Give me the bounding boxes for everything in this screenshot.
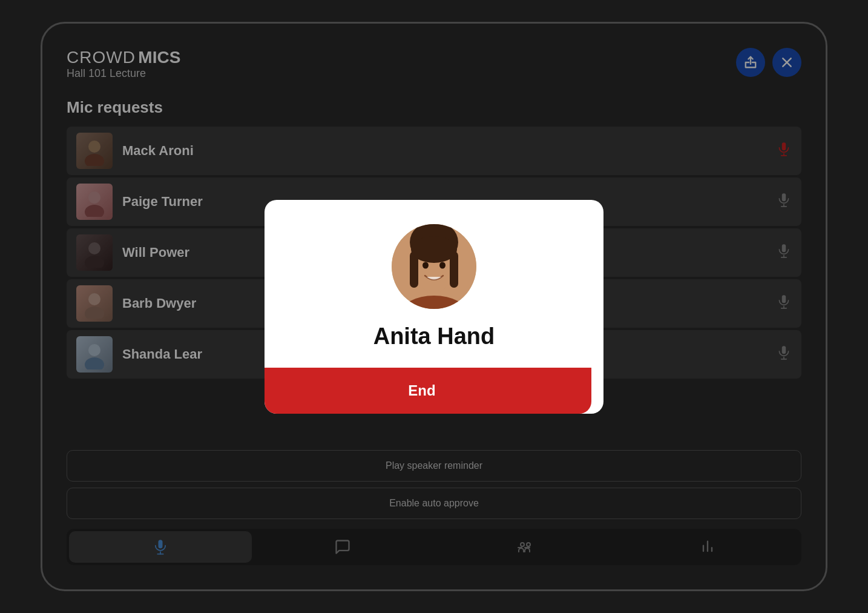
svg-point-43 xyxy=(422,262,429,268)
avatar-portrait xyxy=(392,224,476,309)
svg-point-44 xyxy=(439,262,446,268)
end-button[interactable]: End xyxy=(265,368,591,414)
app-container: CROWD MICS Hall 101 Lecture Mic requ xyxy=(41,22,827,591)
modal-overlay: Anita Hand End xyxy=(42,24,826,589)
modal-avatar xyxy=(392,224,476,309)
active-speaker-modal: Anita Hand End xyxy=(265,200,603,414)
svg-point-42 xyxy=(411,236,457,263)
modal-person-name: Anita Hand xyxy=(373,323,495,350)
